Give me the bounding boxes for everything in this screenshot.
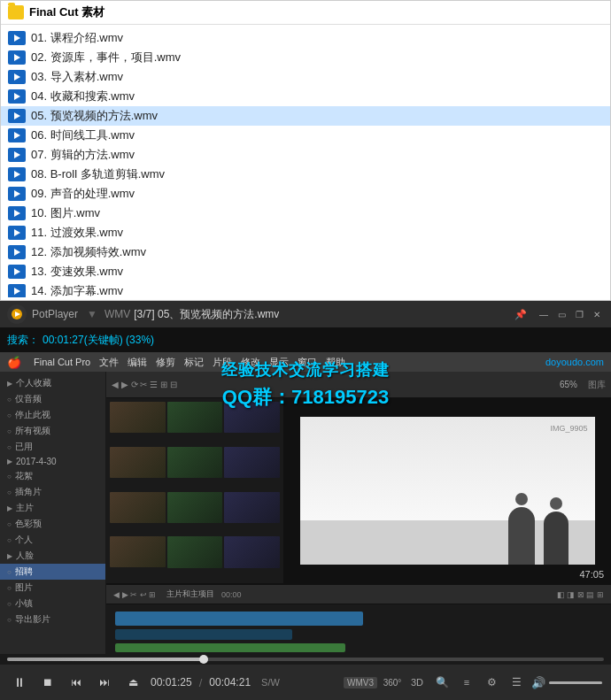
file-item[interactable]: 14. 添加字幕.wmv xyxy=(1,281,610,297)
file-explorer: Final Cut 素材 01. 课程介绍.wmv02. 资源库，事件，项目.w… xyxy=(0,0,611,301)
360-button[interactable]: 360° xyxy=(383,673,402,692)
prev-file-button[interactable]: ⏮ xyxy=(66,672,87,693)
svg-marker-5 xyxy=(14,132,20,139)
timeline-timecode: 00:00 xyxy=(221,590,242,599)
fcp-sidebar-item[interactable]: ○停止此视 xyxy=(0,407,105,423)
fcp-sidebar-item[interactable]: ○花絮 xyxy=(0,468,105,484)
time-separator: / xyxy=(199,676,203,689)
fcp-menu-finalcutpro: Final Cut Pro xyxy=(34,357,90,367)
title-format: WMV xyxy=(104,308,130,320)
fcp-menu-file: 文件 xyxy=(99,356,119,369)
fcp-zoom-label: 65% xyxy=(560,380,577,389)
file-item[interactable]: 13. 变速效果.wmv xyxy=(1,262,610,281)
fcp-library-label: 图库 xyxy=(588,379,606,391)
fcp-toolbar-icons: ◀ ▶ ⟳ ✂ ☰ ⊞ ⊟ xyxy=(112,380,177,389)
explorer-title-bar: Final Cut 素材 xyxy=(1,1,610,25)
apple-icon: 🍎 xyxy=(7,356,21,369)
3d-button[interactable]: 3D xyxy=(407,673,427,692)
file-item[interactable]: 10. 图片.wmv xyxy=(1,204,610,223)
video-area: 🍎 Final Cut Pro 文件 编辑 修剪 标记 片段 修改 显示 窗口 … xyxy=(0,352,611,654)
fcp-body: ▶个人收藏○仅音频○停止此视○所有视频○已用▶2017-4-30○花絮○插角片▶… xyxy=(0,372,611,654)
file-item[interactable]: 01. 课程介绍.wmv xyxy=(1,28,610,48)
seekbar[interactable] xyxy=(7,658,604,661)
file-item[interactable]: 11. 过渡效果.wmv xyxy=(1,223,610,242)
sidebar-item-label: 图片 xyxy=(15,581,33,594)
media-thumb-9 xyxy=(224,492,280,523)
eject-button[interactable]: ⏏ xyxy=(122,672,143,693)
file-icon xyxy=(8,265,26,279)
svg-marker-12 xyxy=(14,268,20,275)
minimize-button[interactable]: — xyxy=(537,307,551,321)
svg-marker-10 xyxy=(14,229,20,236)
restore-button[interactable]: ▭ xyxy=(554,307,568,321)
file-item[interactable]: 12. 添加视频特效.wmv xyxy=(1,242,610,262)
timeline-video-track-2 xyxy=(115,629,292,640)
timeline-tracks xyxy=(106,604,611,654)
fcp-preview-image: IMG_9905 xyxy=(300,417,595,565)
settings-button[interactable]: ⚙ xyxy=(482,673,501,692)
silhouette-container xyxy=(508,507,568,565)
close-button[interactable]: ✕ xyxy=(590,307,604,321)
file-icon xyxy=(8,109,26,123)
file-item[interactable]: 09. 声音的处理.wmv xyxy=(1,184,610,204)
sidebar-item-label: 导出影片 xyxy=(15,613,50,626)
next-frame-button[interactable]: ⏭ xyxy=(94,672,115,693)
media-thumb-10 xyxy=(110,536,166,567)
controls-bar: ⏸ ⏹ ⏮ ⏭ ⏏ 00:01:25 / 00:04:21 S/W WMV3 3… xyxy=(0,665,611,700)
file-name: 02. 资源库，事件，项目.wmv xyxy=(31,50,181,65)
fcp-timeline: ◀ ▶ ✂ ↩ ⊞ 主片和主项目 00:00 ◧ ◨ ⊠ ▤ ⊞ xyxy=(106,583,611,654)
fcp-sidebar-item[interactable]: ○图片 xyxy=(0,580,105,596)
fcp-sidebar-item[interactable]: ▶个人收藏 xyxy=(0,375,105,391)
file-name: 03. 导入素材.wmv xyxy=(31,69,123,85)
fcp-sidebar-item[interactable]: ○色彩预 xyxy=(0,516,105,532)
fcp-sidebar-item[interactable]: ○已用 xyxy=(0,439,105,455)
file-item[interactable]: 08. B-roll 多轨道剪辑.wmv xyxy=(1,165,610,184)
sidebar-item-label: 插角片 xyxy=(15,486,42,498)
menu-button[interactable]: ☰ xyxy=(507,673,526,692)
svg-marker-1 xyxy=(14,54,20,61)
fcp-sidebar-item[interactable]: ▶主片 xyxy=(0,500,105,516)
file-item[interactable]: 04. 收藏和搜索.wmv xyxy=(1,87,610,106)
file-item[interactable]: 07. 剪辑的方法.wmv xyxy=(1,145,610,165)
fcp-sidebar-item[interactable]: ○所有视频 xyxy=(0,423,105,439)
pin-button[interactable]: 📌 xyxy=(514,307,528,321)
potplayer-app-name: PotPlayer xyxy=(32,308,78,320)
fcp-sidebar-item[interactable]: ▶人脸 xyxy=(0,548,105,564)
explorer-title-text: Final Cut 素材 xyxy=(29,4,104,20)
svg-marker-3 xyxy=(14,93,20,100)
fcp-sidebar-item[interactable]: ○插角片 xyxy=(0,484,105,500)
file-item[interactable]: 03. 导入素材.wmv xyxy=(1,67,610,87)
fcp-menu-mark: 标记 xyxy=(184,356,204,369)
fcp-timeline-toolbar: ◀ ▶ ✂ ↩ ⊞ 主片和主项目 00:00 ◧ ◨ ⊠ ▤ ⊞ xyxy=(106,585,611,604)
fcp-sidebar-item[interactable]: ▶2017-4-30 xyxy=(0,455,105,468)
potplayer-search-bar: 搜索： 00:01:27(关键帧) (33%) xyxy=(0,327,611,352)
fcp-sidebar: ▶个人收藏○仅音频○停止此视○所有视频○已用▶2017-4-30○花絮○插角片▶… xyxy=(0,372,106,654)
file-item[interactable]: 02. 资源库，事件，项目.wmv xyxy=(1,48,610,67)
fcp-sidebar-item[interactable]: ○仅音频 xyxy=(0,391,105,407)
timeline-project-label: 主片和主项目 xyxy=(166,588,214,600)
right-controls: WMV3 360° 3D 🔍 ≡ ⚙ ☰ 🔊 xyxy=(344,673,602,692)
fcp-sidebar-item[interactable]: ○招聘 xyxy=(0,564,105,580)
svg-marker-0 xyxy=(14,35,20,42)
sidebar-arrow-icon: ○ xyxy=(7,616,12,624)
stop-button[interactable]: ⏹ xyxy=(37,672,58,693)
play-pause-button[interactable]: ⏸ xyxy=(9,672,30,693)
fcp-sidebar-item[interactable]: ○小镇 xyxy=(0,596,105,612)
fcp-sidebar-item[interactable]: ○导出影片 xyxy=(0,612,105,627)
file-item[interactable]: 05. 预览视频的方法.wmv xyxy=(1,106,610,126)
volume-slider[interactable] xyxy=(549,681,602,684)
subtitle-button[interactable]: ≡ xyxy=(457,673,476,692)
file-name: 08. B-roll 多轨道剪辑.wmv xyxy=(31,166,165,182)
media-thumb-1 xyxy=(110,402,166,433)
maximize-button[interactable]: ❐ xyxy=(572,307,586,321)
sidebar-arrow-icon: ▶ xyxy=(7,458,12,465)
file-item[interactable]: 06. 时间线工具.wmv xyxy=(1,126,610,145)
fcp-sidebar-item[interactable]: ○个人 xyxy=(0,532,105,548)
media-thumb-7 xyxy=(110,492,166,523)
sidebar-arrow-icon: ○ xyxy=(7,488,12,496)
watermark-bottom: QQ群：718195723 xyxy=(222,384,389,411)
file-icon xyxy=(8,226,26,240)
search-button[interactable]: 🔍 xyxy=(432,673,452,692)
sidebar-item-label: 2017-4-30 xyxy=(16,457,57,466)
sidebar-item-label: 个人 xyxy=(15,534,33,546)
